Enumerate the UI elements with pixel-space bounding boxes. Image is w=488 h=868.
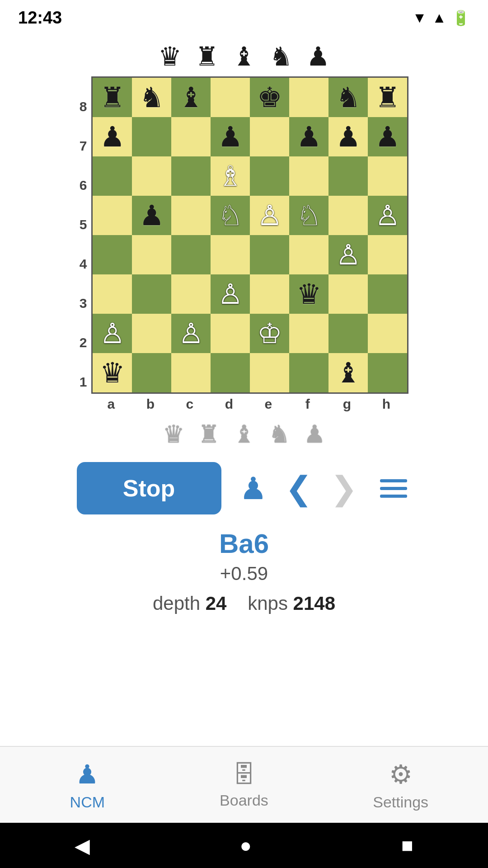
board-wrapper: 8 7 6 5 4 3 2 1 ♜♞♝♚♞♜♟♟♟♟♟♗♟♘♙♘♙♙♙♛♙♙♔♛… xyxy=(61,76,427,412)
cell-e7[interactable] xyxy=(250,117,289,156)
depth-info: depth 24 knps 2148 xyxy=(153,593,335,614)
battery-icon: 🔋 xyxy=(452,9,470,27)
captured-pawn-white: ♟ xyxy=(304,420,325,448)
cell-g8[interactable]: ♞ xyxy=(328,78,368,117)
pawn-icon: ♟ xyxy=(239,471,267,506)
prev-button[interactable]: ❮ xyxy=(285,472,312,505)
cell-a7[interactable]: ♟ xyxy=(93,117,132,156)
home-button[interactable]: ● xyxy=(239,834,252,857)
cell-b7[interactable] xyxy=(132,117,171,156)
cell-a3[interactable] xyxy=(93,274,132,314)
move-eval: +0.59 xyxy=(220,563,268,585)
cell-h6[interactable] xyxy=(368,156,407,196)
recents-button[interactable]: ■ xyxy=(401,834,413,857)
chess-board[interactable]: ♜♞♝♚♞♜♟♟♟♟♟♗♟♘♙♘♙♙♙♛♙♙♔♛♝ xyxy=(91,76,408,394)
cell-d7[interactable]: ♟ xyxy=(211,117,250,156)
nav-item-ncm[interactable]: ♟ NCM xyxy=(42,759,132,811)
captured-pieces-top: ♛ ♜ ♝ ♞ ♟ xyxy=(158,32,330,76)
controls-row: Stop ♟ ❮ ❯ xyxy=(0,453,488,524)
captured-rook-black: ♜ xyxy=(195,41,219,72)
cell-d8[interactable] xyxy=(211,78,250,117)
ncm-label: NCM xyxy=(70,793,105,811)
cell-d4[interactable] xyxy=(211,235,250,274)
cell-g5[interactable] xyxy=(328,196,368,235)
cell-a5[interactable] xyxy=(93,196,132,235)
back-button[interactable]: ◀ xyxy=(75,834,90,857)
move-notation: Ba6 xyxy=(219,528,269,559)
cell-d5[interactable]: ♘ xyxy=(211,196,250,235)
captured-pieces-bottom: ♛ ♜ ♝ ♞ ♟ xyxy=(163,412,325,453)
cell-e3[interactable] xyxy=(250,274,289,314)
cell-h7[interactable]: ♟ xyxy=(368,117,407,156)
cell-h2[interactable] xyxy=(368,314,407,353)
cell-c6[interactable] xyxy=(171,156,211,196)
cell-g7[interactable]: ♟ xyxy=(328,117,368,156)
cell-b6[interactable] xyxy=(132,156,171,196)
knps-value: 2148 xyxy=(293,593,335,614)
cell-e2[interactable]: ♔ xyxy=(250,314,289,353)
cell-c4[interactable] xyxy=(171,235,211,274)
cell-c1[interactable] xyxy=(171,353,211,392)
cell-c2[interactable]: ♙ xyxy=(171,314,211,353)
android-nav-bar: ◀ ● ■ xyxy=(0,823,488,868)
next-button[interactable]: ❯ xyxy=(330,472,357,505)
captured-bishop-black: ♝ xyxy=(232,41,256,72)
nav-item-settings[interactable]: ⚙ Settings xyxy=(356,759,446,811)
cell-e1[interactable] xyxy=(250,353,289,392)
rank-labels: 8 7 6 5 4 3 2 1 xyxy=(80,87,87,401)
cell-f6[interactable] xyxy=(289,156,328,196)
cell-a8[interactable]: ♜ xyxy=(93,78,132,117)
cell-b5[interactable]: ♟ xyxy=(132,196,171,235)
status-time: 12:43 xyxy=(18,8,62,28)
cell-h8[interactable]: ♜ xyxy=(368,78,407,117)
captured-queen-black: ♛ xyxy=(158,41,182,72)
menu-button[interactable] xyxy=(375,475,412,502)
cell-f4[interactable] xyxy=(289,235,328,274)
cell-a2[interactable]: ♙ xyxy=(93,314,132,353)
cell-f8[interactable] xyxy=(289,78,328,117)
stop-button[interactable]: Stop xyxy=(77,462,221,514)
cell-e8[interactable]: ♚ xyxy=(250,78,289,117)
cell-d3[interactable]: ♙ xyxy=(211,274,250,314)
boards-label: Boards xyxy=(220,792,268,809)
cell-b8[interactable]: ♞ xyxy=(132,78,171,117)
depth-value: 24 xyxy=(206,593,227,614)
cell-e6[interactable] xyxy=(250,156,289,196)
cell-h1[interactable] xyxy=(368,353,407,392)
cell-g2[interactable] xyxy=(328,314,368,353)
nav-item-boards[interactable]: 🗄 Boards xyxy=(199,761,289,809)
cell-f5[interactable]: ♘ xyxy=(289,196,328,235)
cell-c7[interactable] xyxy=(171,117,211,156)
cell-a6[interactable] xyxy=(93,156,132,196)
cell-f7[interactable]: ♟ xyxy=(289,117,328,156)
cell-h5[interactable]: ♙ xyxy=(368,196,407,235)
cell-c5[interactable] xyxy=(171,196,211,235)
cell-b2[interactable] xyxy=(132,314,171,353)
cell-g4[interactable]: ♙ xyxy=(328,235,368,274)
cell-c3[interactable] xyxy=(171,274,211,314)
cell-f3[interactable]: ♛ xyxy=(289,274,328,314)
captured-bishop-white: ♝ xyxy=(233,420,255,448)
ncm-icon: ♟ xyxy=(75,759,99,790)
cell-b4[interactable] xyxy=(132,235,171,274)
cell-h3[interactable] xyxy=(368,274,407,314)
cell-c8[interactable]: ♝ xyxy=(171,78,211,117)
cell-b1[interactable] xyxy=(132,353,171,392)
cell-d6[interactable]: ♗ xyxy=(211,156,250,196)
cell-g3[interactable] xyxy=(328,274,368,314)
cell-h4[interactable] xyxy=(368,235,407,274)
cell-g6[interactable] xyxy=(328,156,368,196)
cell-d2[interactable] xyxy=(211,314,250,353)
captured-knight-black: ♞ xyxy=(269,41,293,72)
cell-g1[interactable]: ♝ xyxy=(328,353,368,392)
cell-f2[interactable] xyxy=(289,314,328,353)
cell-a1[interactable]: ♛ xyxy=(93,353,132,392)
cell-b3[interactable] xyxy=(132,274,171,314)
cell-e4[interactable] xyxy=(250,235,289,274)
cell-f1[interactable] xyxy=(289,353,328,392)
cell-d1[interactable] xyxy=(211,353,250,392)
cell-a4[interactable] xyxy=(93,235,132,274)
file-labels: a b c d e f g h xyxy=(91,396,408,412)
captured-pawn-black: ♟ xyxy=(306,41,330,72)
cell-e5[interactable]: ♙ xyxy=(250,196,289,235)
